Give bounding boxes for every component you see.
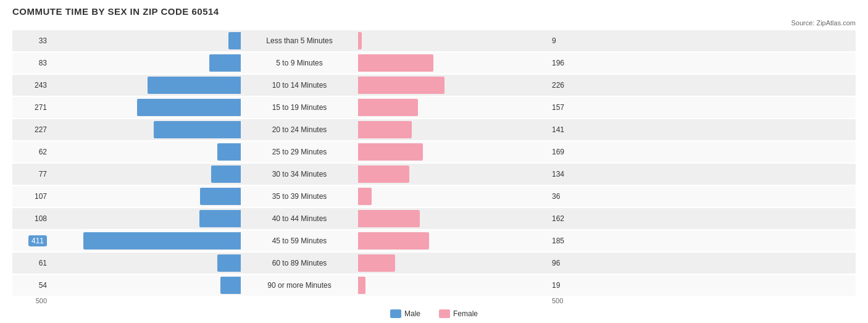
male-bar-container — [49, 77, 241, 94]
row-label: 90 or more Minutes — [241, 281, 358, 290]
male-bar — [228, 32, 241, 49]
male-bar — [200, 188, 241, 205]
female-value: 134 — [549, 170, 586, 178]
female-bar — [358, 143, 423, 161]
female-bar — [358, 166, 409, 183]
legend: Male Female — [12, 309, 856, 318]
male-bar-container — [49, 121, 241, 138]
male-value: 227 — [12, 125, 49, 134]
male-bar-container — [49, 188, 241, 205]
row-label: 60 to 89 Minutes — [241, 259, 358, 267]
male-bar — [217, 143, 241, 161]
legend-female: Female — [439, 309, 478, 318]
female-bar — [358, 32, 362, 49]
male-bar — [154, 121, 241, 138]
row-label: 20 to 24 Minutes — [241, 125, 358, 134]
bar-row: 271 15 to 19 Minutes 157 — [12, 97, 856, 118]
axis-right-val: 500 — [549, 297, 586, 304]
male-label: Male — [404, 309, 420, 318]
female-bar-container — [358, 54, 549, 72]
male-bar — [148, 77, 241, 94]
male-value: 77 — [12, 170, 49, 178]
bar-row: 62 25 to 29 Minutes 169 — [12, 141, 856, 162]
male-value: 33 — [12, 36, 49, 45]
male-bar-container — [49, 277, 241, 294]
female-bar — [358, 99, 418, 116]
male-bar — [209, 54, 241, 72]
male-value: 108 — [12, 214, 49, 223]
female-label: Female — [453, 309, 478, 318]
male-bar — [220, 277, 241, 294]
chart-area: 33 Less than 5 Minutes 9 83 5 to 9 Minut… — [12, 30, 856, 318]
bar-row: 411 45 to 59 Minutes 185 — [12, 230, 856, 251]
male-swatch — [390, 309, 401, 318]
bar-row: 61 60 to 89 Minutes 96 — [12, 253, 856, 274]
female-value: 157 — [549, 103, 586, 112]
source-label: Source: ZipAtlas.com — [12, 19, 856, 27]
row-label: 45 to 59 Minutes — [241, 237, 358, 245]
female-bar — [358, 210, 420, 227]
row-label: 5 to 9 Minutes — [241, 59, 358, 67]
bar-row: 77 30 to 34 Minutes 134 — [12, 164, 856, 185]
female-bar-container — [358, 210, 549, 227]
female-bar-container — [358, 77, 549, 94]
axis-left-val: 500 — [12, 297, 49, 304]
bar-row: 108 40 to 44 Minutes 162 — [12, 208, 856, 229]
female-bar-container — [358, 99, 549, 116]
male-bar — [83, 232, 241, 250]
female-bar-container — [358, 188, 549, 205]
row-label: 10 to 14 Minutes — [241, 81, 358, 90]
female-swatch — [439, 309, 450, 318]
female-bar-container — [358, 32, 549, 49]
female-value: 36 — [549, 192, 586, 201]
female-bar — [358, 77, 444, 94]
male-bar-container — [49, 143, 241, 161]
female-value: 169 — [549, 148, 586, 156]
axis-row: 500 500 — [12, 297, 856, 304]
male-value: 107 — [12, 192, 49, 201]
female-bar-container — [358, 121, 549, 138]
male-bar-container — [49, 32, 241, 49]
row-label: 40 to 44 Minutes — [241, 214, 358, 223]
male-bar — [217, 254, 241, 272]
female-bar — [358, 121, 412, 138]
bar-row: 83 5 to 9 Minutes 196 — [12, 52, 856, 73]
male-bar — [137, 99, 241, 116]
bar-row: 243 10 to 14 Minutes 226 — [12, 75, 856, 96]
female-value: 162 — [549, 214, 586, 223]
female-bar-container — [358, 277, 549, 294]
bar-row: 54 90 or more Minutes 19 — [12, 275, 856, 296]
female-bar — [358, 54, 433, 72]
female-value: 226 — [549, 81, 586, 90]
male-value: 411 — [12, 237, 49, 245]
row-label: 30 to 34 Minutes — [241, 170, 358, 178]
male-value: 61 — [12, 259, 49, 267]
male-value: 271 — [12, 103, 49, 112]
female-bar-container — [358, 254, 549, 272]
female-bar-container — [358, 232, 549, 250]
male-bar-container — [49, 99, 241, 116]
female-value: 9 — [549, 36, 586, 45]
male-bar-container — [49, 254, 241, 272]
female-value: 141 — [549, 125, 586, 134]
row-label: Less than 5 Minutes — [241, 36, 358, 45]
male-bar — [199, 210, 241, 227]
female-value: 19 — [549, 281, 586, 290]
female-bar-container — [358, 143, 549, 161]
row-label: 15 to 19 Minutes — [241, 103, 358, 112]
female-bar — [358, 277, 365, 294]
male-bar — [211, 166, 241, 183]
female-bar — [358, 254, 395, 272]
row-label: 25 to 29 Minutes — [241, 148, 358, 156]
male-value: 62 — [12, 148, 49, 156]
male-bar-container — [49, 232, 241, 250]
female-value: 196 — [549, 59, 586, 67]
chart-container: COMMUTE TIME BY SEX IN ZIP CODE 60514 So… — [12, 6, 856, 318]
legend-male: Male — [390, 309, 420, 318]
female-bar-container — [358, 166, 549, 183]
male-bar-container — [49, 166, 241, 183]
row-label: 35 to 39 Minutes — [241, 192, 358, 201]
male-value: 54 — [12, 281, 49, 290]
male-bar-container — [49, 54, 241, 72]
female-bar — [358, 188, 372, 205]
